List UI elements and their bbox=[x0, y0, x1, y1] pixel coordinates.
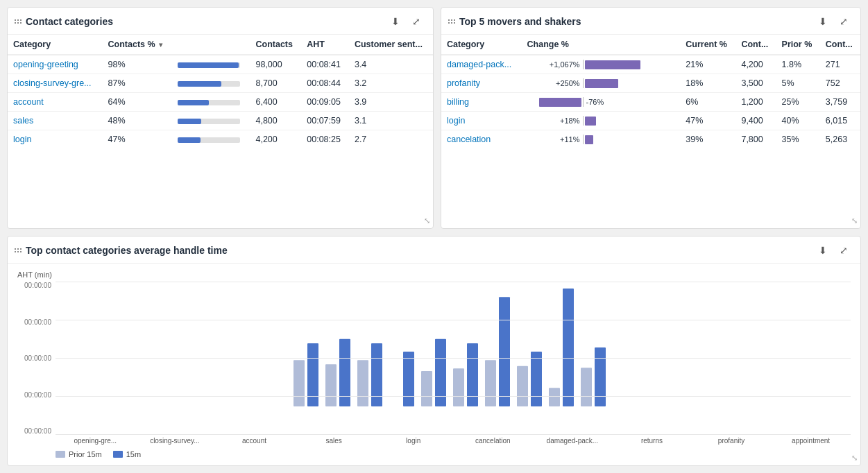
cell-bar bbox=[172, 74, 250, 93]
cell-current-pct: 21% bbox=[680, 55, 735, 74]
cell-sentiment: 3.2 bbox=[349, 74, 433, 93]
top5-expand-button[interactable]: ⤢ bbox=[837, 15, 851, 28]
progress-bar-bg bbox=[178, 62, 240, 68]
top-row: Contact categories ⬇ ⤢ Category Contacts… bbox=[7, 7, 861, 229]
legend-current: 15m bbox=[113, 450, 141, 458]
y-tick-3: 00:00:00 bbox=[17, 391, 56, 399]
cell-sentiment: 3.9 bbox=[349, 93, 433, 112]
category-link[interactable]: cancelation bbox=[447, 135, 491, 144]
table-row: closing-survey-gre... 87% 8,700 00:08:44… bbox=[8, 74, 433, 93]
cell-aht: 00:08:41 bbox=[301, 55, 349, 74]
category-link[interactable]: account bbox=[13, 97, 44, 107]
top5-download-button[interactable]: ⬇ bbox=[816, 15, 830, 28]
drag-handle-3[interactable] bbox=[15, 248, 22, 252]
current-bar bbox=[499, 297, 510, 406]
bar-chart-svg bbox=[56, 282, 851, 406]
download-button[interactable]: ⬇ bbox=[389, 15, 402, 28]
avg-handle-time-header: Top contact categories average handle ti… bbox=[8, 237, 860, 264]
cell-cont-prior: 3,759 bbox=[820, 93, 860, 112]
category-link[interactable]: damaged-pack... bbox=[447, 60, 511, 69]
t5-col-prior-pct: Prior % bbox=[776, 35, 820, 55]
progress-bar-fill bbox=[178, 81, 221, 87]
cell-cont-current: 7,800 bbox=[735, 130, 776, 149]
current-bar bbox=[531, 352, 542, 406]
col-category: Category bbox=[8, 35, 103, 55]
y-tick-1: 00:00:00 bbox=[17, 318, 56, 326]
cell-sentiment: 2.7 bbox=[349, 130, 433, 149]
aht-expand-button[interactable]: ⤢ bbox=[837, 243, 851, 257]
cell-change: +1,067% bbox=[522, 55, 681, 74]
resize-handle[interactable]: ⤡ bbox=[424, 216, 430, 225]
y-axis-labels: 00:00:00 00:00:00 00:00:00 00:00:00 00:0… bbox=[17, 282, 56, 435]
table-row: damaged-pack... +1,067% 21% 4,200 1.8% 2… bbox=[441, 55, 860, 74]
prior-bar bbox=[421, 371, 432, 406]
table-row: cancelation +11% 39% 7,800 35% 5,263 bbox=[441, 130, 860, 149]
x-axis-label: profanity bbox=[692, 435, 772, 445]
table-row: sales 48% 4,800 00:07:59 3.1 bbox=[8, 112, 433, 130]
drag-handle-2[interactable] bbox=[448, 19, 455, 24]
cell-change: -76% bbox=[522, 93, 681, 112]
contact-categories-label: Contact categories bbox=[26, 16, 113, 27]
top5-resize-handle[interactable]: ⤡ bbox=[851, 216, 858, 225]
x-axis-label: login bbox=[373, 435, 453, 445]
expand-button[interactable]: ⤢ bbox=[409, 15, 423, 28]
current-bar bbox=[563, 289, 574, 406]
category-link[interactable]: sales bbox=[13, 116, 33, 126]
y-axis-label: AHT (min) bbox=[17, 270, 851, 279]
y-tick-2: 00:00:00 bbox=[17, 354, 56, 362]
x-axis-label: account bbox=[214, 435, 294, 445]
bars-container bbox=[56, 282, 851, 435]
t5-col-change: Change % bbox=[522, 35, 681, 55]
progress-bar-fill bbox=[178, 100, 209, 105]
aht-download-button[interactable]: ⬇ bbox=[816, 243, 830, 257]
contact-categories-table: Category Contacts % ▾ Contacts AHT Custo… bbox=[8, 35, 433, 148]
t5-col-cont-prior: Cont... bbox=[820, 35, 860, 55]
t5-col-category: Category bbox=[441, 35, 522, 55]
aht-resize-handle[interactable]: ⤡ bbox=[851, 454, 858, 463]
sort-icon[interactable]: ▾ bbox=[159, 41, 162, 49]
category-link[interactable]: billing bbox=[447, 97, 469, 107]
avg-handle-time-label: Top contact categories average handle ti… bbox=[26, 245, 228, 256]
category-link[interactable]: closing-survey-gre... bbox=[13, 78, 92, 88]
cell-cont-current: 9,400 bbox=[735, 112, 776, 130]
legend-prior-color bbox=[56, 451, 65, 458]
category-link[interactable]: login bbox=[13, 135, 31, 144]
cell-cont-current: 1,200 bbox=[735, 93, 776, 112]
cell-change: +18% bbox=[522, 112, 681, 130]
progress-bar-bg bbox=[178, 81, 240, 87]
progress-bar-fill bbox=[178, 119, 201, 124]
cell-contacts: 4,200 bbox=[250, 130, 301, 149]
y-tick-4: 00:00:00 bbox=[17, 427, 56, 435]
cell-aht: 00:09:05 bbox=[301, 93, 349, 112]
category-link[interactable]: profanity bbox=[447, 78, 480, 88]
cell-cont-current: 4,200 bbox=[735, 55, 776, 74]
cell-category: cancelation bbox=[441, 130, 522, 149]
col-contacts: Contacts bbox=[250, 35, 301, 55]
category-link[interactable]: opening-greeting bbox=[13, 60, 78, 69]
cell-cont-prior: 752 bbox=[820, 74, 860, 93]
progress-bar-bg bbox=[178, 100, 240, 105]
cell-cont-prior: 5,263 bbox=[820, 130, 860, 149]
cell-prior-pct: 5% bbox=[776, 74, 820, 93]
current-bar bbox=[371, 343, 382, 406]
current-bar bbox=[595, 347, 606, 406]
drag-handle[interactable] bbox=[15, 19, 22, 24]
legend-prior-label: Prior 15m bbox=[69, 450, 102, 458]
table-header-row: Category Contacts % ▾ Contacts AHT Custo… bbox=[8, 35, 433, 55]
cell-category: opening-greeting bbox=[8, 55, 103, 74]
t5-col-cont-current: Cont... bbox=[735, 35, 776, 55]
contact-categories-title: Contact categories bbox=[15, 16, 113, 27]
contact-categories-body: opening-greeting 98% 98,000 00:08:41 3.4… bbox=[8, 55, 433, 148]
x-axis-label: opening-gre... bbox=[56, 435, 135, 445]
cell-contacts: 6,400 bbox=[250, 93, 301, 112]
cell-contacts: 8,700 bbox=[250, 74, 301, 93]
current-bar bbox=[403, 352, 414, 406]
cell-prior-pct: 40% bbox=[776, 112, 820, 130]
legend-prior: Prior 15m bbox=[56, 450, 102, 458]
progress-bar-bg bbox=[178, 119, 240, 124]
table-row: login 47% 4,200 00:08:25 2.7 bbox=[8, 130, 433, 149]
table-row: profanity +250% 18% 3,500 5% 752 bbox=[441, 74, 860, 93]
prior-bar bbox=[453, 368, 464, 406]
top5-actions: ⬇ ⤢ bbox=[816, 15, 851, 28]
category-link[interactable]: login bbox=[447, 116, 465, 126]
